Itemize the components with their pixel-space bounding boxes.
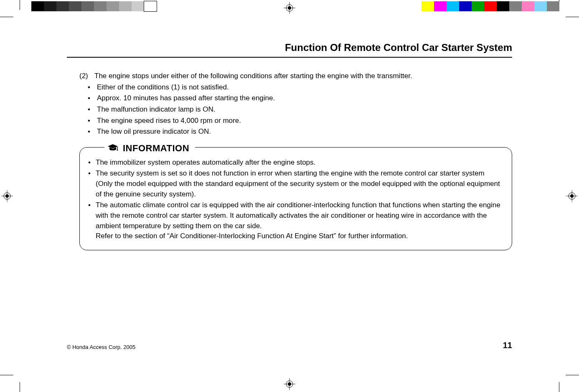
bullet-icon: • — [88, 158, 96, 168]
numbered-item: (2) The engine stops under either of the… — [79, 71, 512, 81]
bullet-icon: • — [88, 104, 97, 115]
crop-mark — [566, 375, 579, 375]
bullet-text: Approx. 10 minutes has passed after star… — [97, 93, 275, 104]
crop-mark — [559, 382, 559, 392]
crop-mark — [0, 17, 13, 17]
crop-mark — [566, 17, 579, 17]
copyright-text: © Honda Access Corp. 2005 — [67, 344, 135, 350]
registration-mark-icon — [284, 2, 295, 14]
info-bullet-text: The immobilizer system operates automati… — [96, 158, 315, 168]
bullet-text: The engine speed rises to 4,000 rpm or m… — [97, 116, 241, 126]
bullet-icon: • — [88, 168, 96, 199]
bullet-item: • The malfunction indicator lamp is ON. — [79, 104, 512, 115]
bullet-item: • The low oil pressure indicator is ON. — [79, 127, 512, 137]
info-bullet-item: • The security system is set so it does … — [88, 168, 503, 199]
bullet-text: The malfunction indicator lamp is ON. — [97, 104, 215, 115]
crop-mark — [0, 375, 13, 375]
registration-mark-icon — [284, 378, 295, 390]
svg-point-17 — [117, 149, 118, 150]
color-bar — [422, 1, 559, 11]
bullet-item: • Either of the conditions (1) is not sa… — [79, 82, 512, 93]
bullet-icon: • — [88, 116, 97, 126]
info-bullet-text: The automatic climate control car is equ… — [96, 201, 500, 229]
information-header: INFORMATION — [104, 141, 195, 156]
title-rule — [67, 57, 512, 58]
info-bullet-text: The security system is set so it does no… — [96, 168, 503, 199]
crop-mark — [20, 382, 20, 392]
crop-mark — [20, 0, 20, 10]
page-footer: © Honda Access Corp. 2005 11 — [67, 341, 512, 350]
bullet-text: The low oil pressure indicator is ON. — [97, 127, 211, 137]
page-number: 11 — [503, 341, 512, 350]
info-bullet-item: • The immobilizer system operates automa… — [88, 158, 503, 168]
bullet-text: Either of the conditions (1) is not sati… — [97, 82, 229, 93]
registration-mark-icon — [566, 190, 578, 202]
registration-mark-icon — [1, 190, 13, 202]
grayscale-bar — [31, 1, 157, 11]
info-sub-text: Refer to the section of “Air Conditioner… — [96, 232, 408, 240]
bullet-item: • The engine speed rises to 4,000 rpm or… — [79, 116, 512, 126]
graduation-cap-icon — [107, 141, 119, 156]
bullet-icon: • — [88, 127, 97, 137]
bullet-item: • Approx. 10 minutes has passed after st… — [79, 93, 512, 104]
bullet-icon: • — [88, 82, 97, 93]
information-label: INFORMATION — [123, 142, 189, 155]
body-content: (2) The engine stops under either of the… — [67, 71, 512, 250]
information-box: INFORMATION • The immobilizer system ope… — [79, 147, 512, 250]
info-bullet-text-group: The automatic climate control car is equ… — [96, 200, 503, 242]
item-text: The engine stops under either of the fol… — [94, 71, 412, 81]
page-content: Function Of Remote Control Car Starter S… — [67, 42, 512, 350]
bullet-icon: • — [88, 93, 97, 104]
bullet-icon: • — [88, 200, 96, 242]
page-title: Function Of Remote Control Car Starter S… — [67, 42, 512, 53]
info-bullet-item: • The automatic climate control car is e… — [88, 200, 503, 242]
information-body: • The immobilizer system operates automa… — [79, 147, 512, 250]
item-number: (2) — [79, 71, 94, 81]
